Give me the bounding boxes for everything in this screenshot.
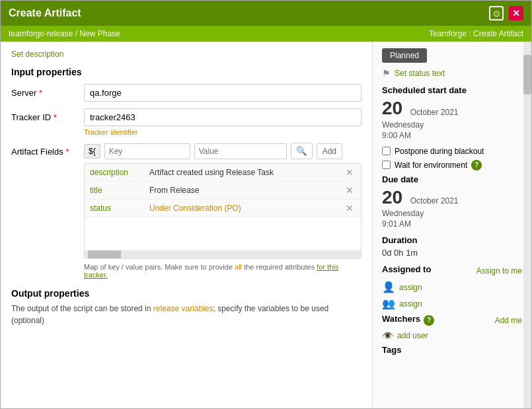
server-input[interactable]: [84, 84, 361, 102]
watchers-label: Watchers: [382, 314, 420, 324]
table-row: title From Release ✕: [85, 182, 361, 200]
kv-value-3: Under Consideration (PO): [149, 204, 344, 213]
dollar-icon: ${: [84, 144, 100, 159]
kv-value-2: From Release: [149, 186, 344, 195]
server-field-row: Server *: [11, 84, 361, 102]
hscroll-thumb[interactable]: [88, 250, 121, 258]
artifact-fields-required: *: [65, 147, 69, 157]
set-description-link[interactable]: Set description: [11, 50, 361, 59]
wait-for-env-checkbox[interactable]: [382, 161, 391, 169]
due-date-row: 20 October 2021 Wednesday: [382, 187, 522, 219]
tracker-id-required: *: [54, 112, 57, 122]
assign-text-2[interactable]: assign: [399, 299, 422, 309]
scheduled-start-date-label: Scheduled start date: [382, 85, 522, 95]
due-day: 20: [382, 187, 402, 207]
assign-row-2: 👥 assign: [382, 297, 522, 310]
title-bar: Create Artifact ⊙ ✕: [1, 1, 531, 26]
left-panel: Set description Input properties Server …: [1, 42, 373, 408]
close-button[interactable]: ✕: [509, 6, 523, 20]
wait-for-env-row: Wait for environment ?: [382, 160, 522, 170]
assign-row-1: 👤 assign: [382, 281, 522, 293]
breadcrumb: teamforge-release / New Phase: [9, 29, 120, 38]
start-day: 20: [382, 98, 402, 118]
watchers-header: Watchers ? Add me: [382, 314, 522, 326]
flag-icon: ⚑: [382, 68, 391, 79]
postpone-blackout-checkbox[interactable]: [382, 147, 391, 155]
right-scrollbar[interactable]: [523, 42, 531, 408]
kv-remove-2[interactable]: ✕: [344, 185, 356, 196]
kv-key-1: description: [90, 168, 149, 177]
input-properties-title: Input properties: [11, 67, 361, 77]
binoculars-icon: 👁️: [382, 330, 393, 341]
artifact-fields-container: ${ 🔍 Add description Artifact created us…: [84, 143, 361, 279]
kv-value-1: Artifact created using Release Task: [149, 168, 344, 177]
assign-text-1[interactable]: assign: [399, 283, 422, 292]
assign-to-me-link[interactable]: Assign to me: [476, 266, 522, 276]
title-bar-controls: ⊙ ✕: [489, 6, 523, 20]
add-user-text[interactable]: add user: [397, 331, 428, 340]
wait-for-env-label: Wait for environment: [395, 161, 467, 170]
person-icon-1: 👤: [382, 281, 395, 293]
subtitle-right: Teamforge : Create Artifact: [429, 29, 523, 38]
kv-key-2: title: [90, 186, 149, 195]
status-badge[interactable]: Planned: [382, 48, 427, 63]
search-button[interactable]: 🔍: [291, 143, 313, 159]
assigned-to-label: Assigned to: [382, 264, 431, 274]
table-row: status Under Consideration (PO) ✕: [85, 200, 361, 217]
artifact-fields-label: Artifact Fields *: [11, 143, 84, 157]
tracker-id-input-container: Tracker identifier: [84, 108, 361, 136]
horizontal-scrollbar[interactable]: [85, 250, 361, 258]
server-input-container: [84, 84, 361, 102]
artifact-fields-header: ${ 🔍 Add: [84, 143, 361, 159]
duration-value: 0d 0h 1m: [382, 248, 522, 258]
status-text-row: ⚑ Set status text: [382, 68, 522, 79]
add-button[interactable]: Add: [317, 143, 342, 159]
kv-table: description Artifact created using Relea…: [84, 163, 361, 259]
tags-label: Tags: [382, 345, 522, 355]
main-content: Set description Input properties Server …: [1, 42, 531, 408]
artifact-fields-row: Artifact Fields * ${ 🔍 Add description: [11, 143, 361, 279]
tracker-hint: Tracker identifier: [84, 128, 361, 136]
subtitle-bar: teamforge-release / New Phase Teamforge …: [1, 26, 531, 42]
right-panel: Planned ⚑ Set status text Scheduled star…: [373, 42, 531, 408]
kv-key-3: status: [90, 204, 149, 213]
dialog-title: Create Artifact: [9, 7, 81, 19]
globe-icon[interactable]: ⊙: [489, 6, 504, 20]
watchers-help-icon[interactable]: ?: [424, 315, 434, 326]
tracker-id-field-row: Tracker ID * Tracker identifier: [11, 108, 361, 136]
server-required: *: [39, 88, 42, 98]
due-date-label: Due date: [382, 174, 522, 184]
map-hint: Map of key / value pairs. Make sure to p…: [84, 263, 361, 279]
output-properties-title: Output properties: [11, 288, 361, 299]
set-status-text[interactable]: Set status text: [395, 69, 445, 78]
tracker-id-label: Tracker ID *: [11, 108, 84, 122]
watcher-row: 👁️ add user: [382, 330, 522, 341]
due-time: 9:01 AM: [382, 219, 522, 229]
kv-remove-1[interactable]: ✕: [344, 167, 356, 178]
scrollbar-thumb[interactable]: [523, 55, 531, 94]
tracker-link[interactable]: for this tracker.: [84, 263, 338, 279]
person-icon-2: 👥: [382, 297, 395, 310]
start-time: 9:00 AM: [382, 131, 522, 140]
tracker-id-input[interactable]: [84, 108, 361, 126]
value-input[interactable]: [194, 143, 287, 159]
output-description: The output of the script can be stored i…: [11, 303, 361, 326]
key-input[interactable]: [104, 143, 190, 159]
assigned-to-header: Assigned to Assign to me: [382, 264, 522, 277]
kv-remove-3[interactable]: ✕: [344, 203, 356, 213]
create-artifact-dialog: Create Artifact ⊙ ✕ teamforge-release / …: [0, 0, 532, 409]
table-row: description Artifact created using Relea…: [85, 164, 361, 182]
duration-label: Duration: [382, 235, 522, 245]
postpone-blackout-row: Postpone during blackout: [382, 147, 522, 156]
help-icon[interactable]: ?: [471, 160, 482, 170]
server-label: Server *: [11, 84, 84, 98]
start-date-row: 20 October 2021 Wednesday: [382, 98, 522, 130]
add-me-link[interactable]: Add me: [495, 316, 522, 325]
postpone-blackout-label: Postpone during blackout: [395, 147, 484, 156]
